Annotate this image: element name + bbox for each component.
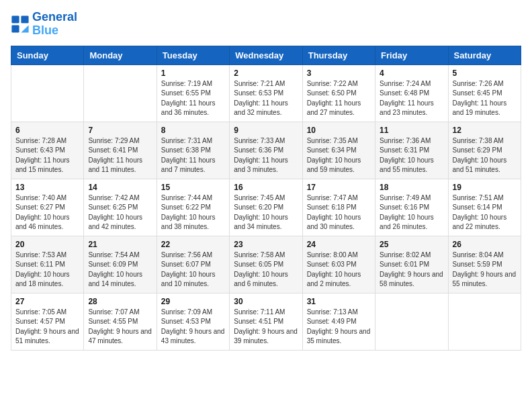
day-info: Sunrise: 7:13 AMSunset: 4:49 PMDaylight:…	[307, 308, 371, 347]
svg-rect-2	[11, 25, 19, 32]
calendar-cell: 29Sunrise: 7:09 AMSunset: 4:53 PMDayligh…	[157, 293, 229, 350]
day-info: Sunrise: 8:02 AMSunset: 6:01 PMDaylight:…	[380, 250, 443, 289]
day-number: 21	[88, 240, 152, 249]
day-number: 19	[453, 183, 517, 192]
day-number: 18	[380, 183, 443, 192]
week-row-1: 1Sunrise: 7:19 AMSunset: 6:55 PMDaylight…	[11, 64, 521, 122]
calendar-cell: 15Sunrise: 7:44 AMSunset: 6:22 PMDayligh…	[157, 179, 229, 236]
day-info: Sunrise: 8:00 AMSunset: 6:03 PMDaylight:…	[307, 250, 371, 289]
week-row-5: 27Sunrise: 7:05 AMSunset: 4:57 PMDayligh…	[11, 293, 521, 350]
weekday-header-monday: Monday	[84, 46, 157, 64]
day-number: 12	[453, 126, 517, 135]
day-number: 20	[15, 240, 79, 249]
day-info: Sunrise: 7:54 AMSunset: 6:09 PMDaylight:…	[88, 250, 152, 289]
calendar-cell: 27Sunrise: 7:05 AMSunset: 4:57 PMDayligh…	[11, 293, 84, 350]
day-number: 11	[380, 126, 443, 135]
day-info: Sunrise: 7:35 AMSunset: 6:34 PMDaylight:…	[307, 136, 371, 175]
week-row-2: 6Sunrise: 7:28 AMSunset: 6:43 PMDaylight…	[11, 122, 521, 179]
calendar-cell: 4Sunrise: 7:24 AMSunset: 6:48 PMDaylight…	[375, 64, 448, 122]
calendar-cell	[448, 293, 521, 350]
calendar-cell: 28Sunrise: 7:07 AMSunset: 4:55 PMDayligh…	[84, 293, 157, 350]
calendar-cell	[11, 64, 84, 122]
weekday-header-sunday: Sunday	[11, 46, 84, 64]
day-number: 29	[161, 297, 225, 306]
calendar-cell: 30Sunrise: 7:11 AMSunset: 4:51 PMDayligh…	[230, 293, 302, 350]
calendar-cell: 18Sunrise: 7:49 AMSunset: 6:16 PMDayligh…	[375, 179, 448, 236]
day-info: Sunrise: 7:05 AMSunset: 4:57 PMDaylight:…	[15, 308, 79, 347]
calendar-cell: 8Sunrise: 7:31 AMSunset: 6:38 PMDaylight…	[157, 122, 229, 179]
day-info: Sunrise: 7:26 AMSunset: 6:45 PMDaylight:…	[453, 79, 517, 118]
calendar-cell: 23Sunrise: 7:58 AMSunset: 6:05 PMDayligh…	[230, 236, 302, 293]
day-info: Sunrise: 7:38 AMSunset: 6:29 PMDaylight:…	[453, 136, 517, 175]
day-number: 13	[15, 183, 79, 192]
weekday-header-wednesday: Wednesday	[230, 46, 302, 64]
week-row-4: 20Sunrise: 7:53 AMSunset: 6:11 PMDayligh…	[11, 236, 521, 293]
calendar-cell: 5Sunrise: 7:26 AMSunset: 6:45 PMDaylight…	[448, 64, 521, 122]
calendar-cell: 20Sunrise: 7:53 AMSunset: 6:11 PMDayligh…	[11, 236, 84, 293]
calendar-cell	[375, 293, 448, 350]
svg-rect-1	[21, 15, 28, 23]
calendar-cell: 10Sunrise: 7:35 AMSunset: 6:34 PMDayligh…	[302, 122, 375, 179]
day-info: Sunrise: 7:28 AMSunset: 6:43 PMDaylight:…	[15, 136, 79, 175]
day-info: Sunrise: 7:24 AMSunset: 6:48 PMDaylight:…	[380, 79, 443, 118]
calendar-cell: 12Sunrise: 7:38 AMSunset: 6:29 PMDayligh…	[448, 122, 521, 179]
day-info: Sunrise: 7:44 AMSunset: 6:22 PMDaylight:…	[161, 193, 225, 232]
day-info: Sunrise: 7:36 AMSunset: 6:31 PMDaylight:…	[380, 136, 443, 175]
calendar-cell: 3Sunrise: 7:22 AMSunset: 6:50 PMDaylight…	[302, 64, 375, 122]
week-row-3: 13Sunrise: 7:40 AMSunset: 6:27 PMDayligh…	[11, 179, 521, 236]
calendar-cell: 24Sunrise: 8:00 AMSunset: 6:03 PMDayligh…	[302, 236, 375, 293]
day-info: Sunrise: 7:21 AMSunset: 6:53 PMDaylight:…	[234, 79, 298, 118]
day-number: 24	[307, 240, 371, 249]
calendar-cell: 22Sunrise: 7:56 AMSunset: 6:07 PMDayligh…	[157, 236, 229, 293]
day-number: 4	[380, 68, 443, 78]
day-number: 2	[234, 68, 298, 78]
day-number: 31	[307, 297, 371, 306]
logo: GeneralBlue	[11, 11, 77, 38]
day-info: Sunrise: 7:29 AMSunset: 6:41 PMDaylight:…	[88, 136, 152, 175]
calendar-cell: 11Sunrise: 7:36 AMSunset: 6:31 PMDayligh…	[375, 122, 448, 179]
day-info: Sunrise: 7:22 AMSunset: 6:50 PMDaylight:…	[307, 79, 371, 118]
day-number: 27	[15, 297, 79, 306]
day-info: Sunrise: 7:53 AMSunset: 6:11 PMDaylight:…	[15, 250, 79, 289]
calendar-cell: 21Sunrise: 7:54 AMSunset: 6:09 PMDayligh…	[84, 236, 157, 293]
day-number: 28	[88, 297, 152, 306]
page-header: GeneralBlue	[11, 11, 521, 38]
calendar-cell: 13Sunrise: 7:40 AMSunset: 6:27 PMDayligh…	[11, 179, 84, 236]
weekday-header-row: SundayMondayTuesdayWednesdayThursdayFrid…	[11, 46, 521, 64]
day-number: 22	[161, 240, 225, 249]
calendar: SundayMondayTuesdayWednesdayThursdayFrid…	[11, 46, 521, 351]
day-number: 9	[234, 126, 298, 135]
day-info: Sunrise: 7:49 AMSunset: 6:16 PMDaylight:…	[380, 193, 443, 232]
day-info: Sunrise: 7:07 AMSunset: 4:55 PMDaylight:…	[88, 308, 152, 347]
day-number: 1	[161, 68, 225, 78]
day-info: Sunrise: 7:31 AMSunset: 6:38 PMDaylight:…	[161, 136, 225, 175]
calendar-cell: 25Sunrise: 8:02 AMSunset: 6:01 PMDayligh…	[375, 236, 448, 293]
day-number: 5	[453, 68, 517, 78]
calendar-cell: 14Sunrise: 7:42 AMSunset: 6:25 PMDayligh…	[84, 179, 157, 236]
day-number: 30	[234, 297, 298, 306]
calendar-cell: 6Sunrise: 7:28 AMSunset: 6:43 PMDaylight…	[11, 122, 84, 179]
calendar-cell: 19Sunrise: 7:51 AMSunset: 6:14 PMDayligh…	[448, 179, 521, 236]
svg-marker-3	[21, 25, 28, 32]
day-number: 16	[234, 183, 298, 192]
calendar-cell: 16Sunrise: 7:45 AMSunset: 6:20 PMDayligh…	[230, 179, 302, 236]
day-number: 10	[307, 126, 371, 135]
svg-rect-0	[11, 15, 19, 23]
day-info: Sunrise: 7:45 AMSunset: 6:20 PMDaylight:…	[234, 193, 298, 232]
calendar-cell: 26Sunrise: 8:04 AMSunset: 5:59 PMDayligh…	[448, 236, 521, 293]
day-info: Sunrise: 7:51 AMSunset: 6:14 PMDaylight:…	[453, 193, 517, 232]
day-info: Sunrise: 7:33 AMSunset: 6:36 PMDaylight:…	[234, 136, 298, 175]
day-info: Sunrise: 7:09 AMSunset: 4:53 PMDaylight:…	[161, 308, 225, 347]
calendar-cell: 7Sunrise: 7:29 AMSunset: 6:41 PMDaylight…	[84, 122, 157, 179]
day-number: 8	[161, 126, 225, 135]
logo-icon	[11, 15, 30, 34]
calendar-cell: 1Sunrise: 7:19 AMSunset: 6:55 PMDaylight…	[157, 64, 229, 122]
day-number: 7	[88, 126, 152, 135]
weekday-header-friday: Friday	[375, 46, 448, 64]
day-number: 25	[380, 240, 443, 249]
day-info: Sunrise: 7:40 AMSunset: 6:27 PMDaylight:…	[15, 193, 79, 232]
day-info: Sunrise: 7:11 AMSunset: 4:51 PMDaylight:…	[234, 308, 298, 347]
calendar-cell	[84, 64, 157, 122]
weekday-header-saturday: Saturday	[448, 46, 521, 64]
day-number: 17	[307, 183, 371, 192]
